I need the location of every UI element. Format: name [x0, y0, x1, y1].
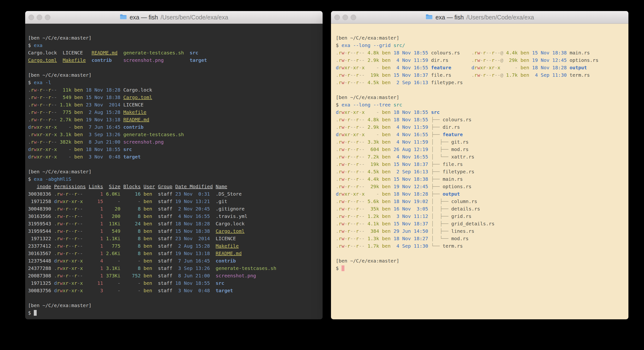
text-segment: ben: [382, 109, 391, 115]
zoom-button[interactable]: [45, 14, 50, 20]
text-segment: ├──: [431, 191, 442, 197]
text-segment: x: [37, 132, 40, 137]
terminal-line: drwxr-xr-x - ben 3 Nov 0:48 target: [28, 153, 321, 160]
text-segment: $: [28, 310, 34, 316]
text-segment: w: [342, 132, 344, 137]
text-segment: --: [51, 139, 57, 145]
text-segment: [379, 213, 382, 219]
text-segment: dir.rs: [431, 57, 448, 63]
text-segment: --: [68, 191, 74, 197]
text-segment: 1: [89, 191, 103, 197]
zoom-button[interactable]: [351, 14, 356, 20]
text-segment: 11k: [60, 87, 72, 93]
text-segment: [451, 72, 472, 78]
text-segment: -: [344, 213, 347, 219]
text-segment: w: [342, 139, 344, 145]
text-segment: README.md: [92, 50, 118, 56]
text-segment: r: [356, 169, 359, 174]
text-segment: 7 Jun 16:45: [175, 258, 210, 264]
text-segment: -: [63, 221, 66, 226]
text-segment: r: [31, 109, 34, 115]
text-segment: [83, 109, 86, 115]
text-segment: r: [356, 221, 359, 226]
text-segment: x: [54, 146, 57, 152]
text-segment: x: [45, 132, 48, 137]
text-segment: w: [477, 65, 480, 70]
text-segment: -: [37, 109, 40, 115]
terminal-line: [ben ~/C/e/exa:master]: [28, 168, 321, 176]
text-segment: r: [356, 72, 359, 78]
terminal-content[interactable]: [ben ~/C/e/exa:master]$ exaCargo.lock LI…: [25, 24, 322, 319]
text-segment: [210, 221, 216, 226]
text-segment: 12375448: [28, 258, 54, 264]
text-segment: ben: [382, 176, 391, 182]
text-segment: -: [344, 236, 347, 242]
text-segment: w: [342, 169, 344, 174]
terminal-content[interactable]: [ben ~/C/e/exa:master]$ exa --long --gri…: [331, 24, 628, 319]
text-segment: x: [362, 191, 364, 197]
text-segment: inode: [37, 184, 51, 190]
text-segment: [152, 266, 158, 271]
text-segment: README.md: [123, 117, 149, 122]
text-segment: ├──: [431, 117, 442, 122]
traffic-lights: [28, 14, 50, 20]
text-segment: [152, 243, 158, 249]
terminal-line: .rw-r--r-- 4.8k ben 18 Nov 18:55 ├── col…: [336, 116, 626, 124]
text-segment: x: [353, 132, 356, 137]
text-segment: x: [72, 198, 74, 204]
titlebar[interactable]: exa — fish /Users/ben/Code/exa/exa: [25, 11, 322, 24]
text-segment: [ben ~/C/e/exa:master]: [28, 35, 92, 41]
text-segment: -: [77, 280, 80, 286]
text-segment: [103, 198, 106, 204]
text-segment: -: [480, 57, 483, 63]
text-segment: r: [57, 273, 60, 278]
text-segment: d: [28, 124, 31, 130]
text-segment: [141, 288, 144, 294]
text-segment: r: [74, 206, 77, 212]
text-segment: x: [489, 65, 492, 70]
text-segment: d: [472, 65, 474, 70]
window-title: exa — fish: [436, 14, 464, 21]
minimize-button[interactable]: [37, 14, 42, 20]
text-segment: r: [66, 273, 68, 278]
text-segment: LICENCE: [216, 236, 236, 242]
terminal-line: [28, 294, 321, 302]
text-segment: [428, 161, 431, 167]
text-segment: .: [54, 273, 57, 278]
text-segment: [120, 198, 123, 204]
text-segment: r: [356, 50, 359, 56]
close-button[interactable]: [334, 14, 340, 20]
terminal-line: .rw-r--r-- 1.7k ben 4 Sep 11:30 └── term…: [336, 242, 626, 250]
text-segment: ben: [74, 109, 83, 115]
text-segment: -: [350, 65, 353, 70]
terminal-window-light: exa — fish /Users/ben/Code/exa/exa [ben …: [331, 11, 628, 319]
text-segment: 30163567: [28, 250, 54, 256]
text-segment: [364, 236, 368, 242]
close-button[interactable]: [28, 14, 34, 20]
text-segment: 1.1k: [60, 102, 72, 108]
text-segment: [364, 213, 368, 219]
text-segment: --: [42, 87, 48, 93]
text-segment: r: [57, 250, 60, 256]
text-segment: staff: [158, 206, 175, 212]
text-segment: file.rs: [431, 72, 451, 78]
text-segment: --: [359, 198, 364, 204]
minimize-button[interactable]: [342, 14, 348, 20]
text-segment: [379, 139, 382, 145]
text-segment: ├──: [431, 169, 442, 174]
text-segment: [83, 124, 86, 130]
text-segment: [120, 87, 123, 93]
text-segment: [ben ~/C/e/exa:master]: [336, 94, 399, 100]
text-segment: w: [60, 258, 62, 264]
text-segment: [428, 191, 431, 197]
text-segment: [391, 57, 394, 63]
cursor: [34, 310, 37, 316]
terminal-line: .rw-r--r-- 4.4k ben 15 Nov 18:38 ├── mai…: [336, 176, 626, 183]
text-segment: -: [344, 198, 347, 204]
text-segment: [86, 57, 92, 63]
text-segment: x: [37, 154, 40, 160]
text-segment: │ ├──: [431, 206, 451, 212]
titlebar[interactable]: exa — fish /Users/ben/Code/exa/exa: [331, 11, 628, 24]
text-segment: [391, 161, 394, 167]
text-segment: [83, 132, 86, 137]
